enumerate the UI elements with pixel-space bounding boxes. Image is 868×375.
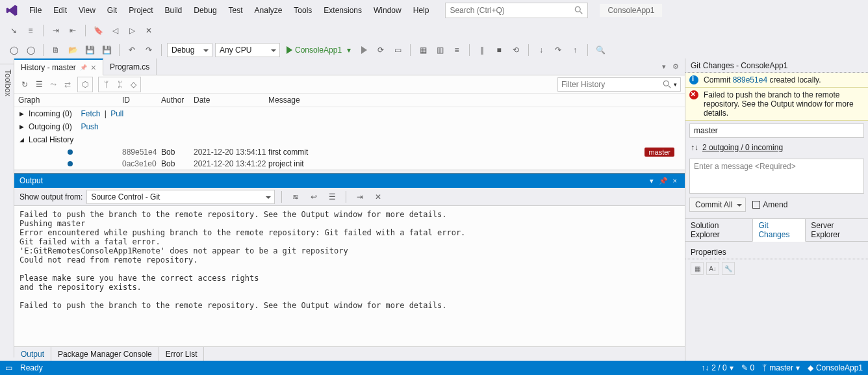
tab-program[interactable]: Program.cs <box>103 58 157 75</box>
branch-simple-icon[interactable]: ᛘ <box>99 78 112 91</box>
restart-icon[interactable]: ⟲ <box>509 43 523 57</box>
output-source-dropdown[interactable]: Source Control - Git <box>86 190 275 204</box>
status-branch[interactable]: ᛘ master ▾ <box>762 363 800 372</box>
open-icon[interactable]: 📂 <box>66 43 80 57</box>
browse-icon[interactable]: ▭ <box>390 43 405 57</box>
find-icon[interactable]: 🔍 <box>593 43 607 57</box>
incoming-group[interactable]: ▶ Incoming (0) Fetch | Pull <box>14 107 685 120</box>
pin-icon[interactable]: 📌 <box>80 64 87 71</box>
list-icon[interactable]: ☰ <box>32 78 45 91</box>
align-left-icon[interactable]: ≡ <box>23 23 38 38</box>
redo-icon[interactable]: ↷ <box>142 43 156 57</box>
compare-icon[interactable]: ⇄ <box>61 78 74 91</box>
wrench-icon[interactable]: 🔧 <box>722 262 735 275</box>
step-over-icon[interactable]: ↷ <box>551 43 565 57</box>
menu-git[interactable]: Git <box>101 1 123 19</box>
commit-row[interactable]: 889e51e4 Bob 2021-12-20 13:54:11 first c… <box>14 146 685 158</box>
tab-history[interactable]: History - master 📌 × <box>14 58 103 75</box>
categorize-icon[interactable]: ▦ <box>691 262 704 275</box>
config-dropdown[interactable]: Debug <box>167 43 212 57</box>
status-sync[interactable]: ↑↓ 2 / 0 ▾ <box>701 363 733 372</box>
menu-tools[interactable]: Tools <box>288 1 318 19</box>
start-without-debug-button[interactable] <box>357 43 371 57</box>
close-icon[interactable]: × <box>670 177 680 185</box>
pause-icon[interactable]: ‖ <box>475 43 489 57</box>
back-icon[interactable]: ◯ <box>6 43 21 57</box>
toggle-icon[interactable]: ☰ <box>325 190 339 204</box>
output-window-icon[interactable]: ▭ <box>5 363 12 372</box>
fetch-link[interactable]: Fetch <box>81 109 100 118</box>
tool-icon-2[interactable]: ▥ <box>433 43 447 57</box>
indent-icon[interactable]: ⇥ <box>353 190 367 204</box>
push-link[interactable]: Push <box>81 122 98 131</box>
branch-all-icon[interactable]: ᛯ <box>113 78 126 91</box>
filter-history-box[interactable]: ▾ <box>557 77 681 92</box>
tab-error-list[interactable]: Error List <box>159 347 205 361</box>
navigate-icon[interactable]: ↘ <box>6 23 21 38</box>
commit-message-box[interactable]: Enter a message <Required> <box>689 159 864 194</box>
clear-icon[interactable]: ≋ <box>288 190 303 204</box>
tab-pkg-mgr[interactable]: Package Manager Console <box>51 347 159 361</box>
search-box[interactable] <box>445 3 588 18</box>
stop-icon[interactable]: ■ <box>492 43 506 57</box>
undo-icon[interactable]: ↶ <box>125 43 139 57</box>
output-text[interactable]: Failed to push the branch to the remote … <box>14 206 685 346</box>
status-app[interactable]: ◆ ConsoleApp1 <box>808 363 863 372</box>
menu-edit[interactable]: Edit <box>47 1 73 19</box>
wrap-icon[interactable]: ↩ <box>307 190 321 204</box>
hot-reload-icon[interactable]: ⟳ <box>374 43 388 57</box>
forward-icon[interactable]: ◯ <box>23 43 38 57</box>
tab-server-explorer[interactable]: Server Explorer <box>806 219 868 241</box>
sql-object-explorer-tab[interactable]: SQL Server Object Explorer <box>0 64 2 357</box>
outgoing-group[interactable]: ▶ Outgoing (0) Push <box>14 120 685 133</box>
menu-project[interactable]: Project <box>123 1 159 19</box>
bookmark-next-icon[interactable]: ▷ <box>125 23 139 38</box>
menu-build[interactable]: Build <box>159 1 188 19</box>
gear-icon[interactable]: ⚙ <box>670 62 681 71</box>
platform-dropdown[interactable]: Any CPU <box>215 43 280 57</box>
step-out-icon[interactable]: ↑ <box>568 43 582 57</box>
start-button[interactable]: ConsoleApp1▾ <box>283 43 355 57</box>
commit-all-button[interactable]: Commit All <box>689 198 746 212</box>
save-icon[interactable]: 💾 <box>83 43 97 57</box>
bookmark-icon[interactable]: 🔖 <box>91 23 105 38</box>
indent-icon[interactable]: ⇥ <box>49 23 63 38</box>
solution-name[interactable]: ConsoleApp1 <box>600 4 662 17</box>
close-icon[interactable]: × <box>91 62 96 73</box>
filter-history-input[interactable] <box>561 80 663 89</box>
clear-all-icon[interactable]: ✕ <box>371 190 385 204</box>
step-into-icon[interactable]: ↓ <box>534 43 548 57</box>
outdent-icon[interactable]: ⇤ <box>66 23 80 38</box>
bookmark-prev-icon[interactable]: ◁ <box>108 23 122 38</box>
refresh-icon[interactable]: ↻ <box>18 78 31 91</box>
sync-link[interactable]: 2 outgoing / 0 incoming <box>702 143 783 152</box>
pin-icon[interactable]: 📌 <box>656 177 670 185</box>
local-history-group[interactable]: ◢ Local History <box>14 133 685 146</box>
tag-icon[interactable]: ◇ <box>127 78 140 91</box>
menu-window[interactable]: Window <box>368 1 407 19</box>
menu-file[interactable]: File <box>23 1 47 19</box>
window-dropdown-icon[interactable]: ▾ <box>647 177 656 185</box>
tab-solution-explorer[interactable]: Solution Explorer <box>685 219 752 241</box>
alpha-sort-icon[interactable]: A↓ <box>706 262 719 275</box>
dropdown-icon[interactable]: ▾ <box>660 62 668 71</box>
save-all-icon[interactable]: 💾 <box>99 43 114 57</box>
branch-selector[interactable]: master <box>689 123 864 138</box>
tab-git-changes[interactable]: Git Changes <box>752 219 806 242</box>
filter-icon[interactable]: ⤳ <box>47 78 60 91</box>
menu-extensions[interactable]: Extensions <box>318 1 368 19</box>
menu-analyze[interactable]: Analyze <box>249 1 288 19</box>
new-project-icon[interactable]: 🗎 <box>49 43 63 57</box>
commit-row[interactable]: 0ac3e1e0 Bob 2021-12-20 13:41:22 project… <box>14 158 685 170</box>
menu-test[interactable]: Test <box>223 1 249 19</box>
menu-help[interactable]: Help <box>407 1 435 19</box>
tool-icon-1[interactable]: ▦ <box>416 43 430 57</box>
tool-icon-3[interactable]: ≡ <box>450 43 464 57</box>
graph-icon[interactable]: ⬡ <box>79 78 92 91</box>
search-input[interactable] <box>450 6 574 15</box>
menu-view[interactable]: View <box>73 1 101 19</box>
bookmark-clear-icon[interactable]: ✕ <box>142 23 156 38</box>
status-pending[interactable]: ✎ 0 <box>741 363 755 372</box>
toolbox-tab[interactable]: Toolbox <box>2 64 14 357</box>
menu-debug[interactable]: Debug <box>188 1 222 19</box>
